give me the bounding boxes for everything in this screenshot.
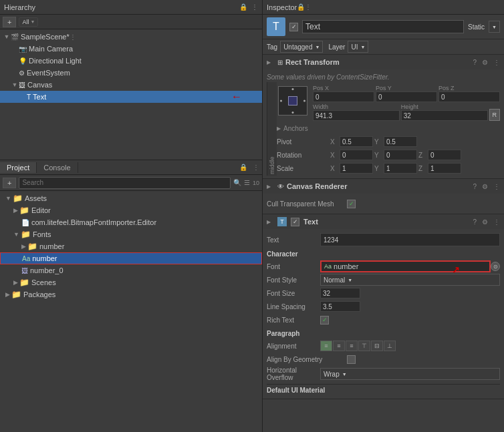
cull-checkbox[interactable] bbox=[347, 200, 356, 208]
font-style-dropdown[interactable]: Normal bbox=[320, 274, 500, 286]
project-add-button[interactable]: + bbox=[3, 178, 16, 188]
tab-project[interactable]: Project bbox=[0, 162, 37, 173]
scale-x-input[interactable] bbox=[340, 163, 373, 174]
hierarchy-item-text[interactable]: T Text ← bbox=[0, 91, 262, 103]
hierarchy-add-button[interactable]: + bbox=[3, 17, 16, 27]
align-left-button[interactable]: ≡ bbox=[320, 341, 332, 351]
text-component-title: Text bbox=[303, 218, 470, 226]
align-by-geometry-checkbox[interactable] bbox=[347, 355, 356, 364]
project-item-fonts-folder[interactable]: ▼ 📁 Fonts bbox=[0, 228, 262, 240]
text-component-active-checkbox[interactable] bbox=[291, 218, 299, 226]
eventsystem-icon: ⚙ bbox=[19, 69, 25, 77]
project-item-number-font[interactable]: Aa number bbox=[0, 252, 262, 264]
rot-y-input[interactable] bbox=[384, 150, 417, 160]
canvas-renderer-menu-icon[interactable]: ⋮ bbox=[493, 183, 500, 190]
canvas-renderer-help-icon[interactable]: ? bbox=[473, 183, 477, 190]
light-icon: 💡 bbox=[19, 57, 27, 65]
align-center-button[interactable]: ≡ bbox=[333, 341, 345, 351]
hierarchy-item-scene[interactable]: ▼ 🎬 SampleScene* ⋮ bbox=[0, 31, 262, 43]
project-item-editor[interactable]: ▶ 📁 Editor bbox=[0, 204, 262, 216]
font-size-input[interactable] bbox=[320, 288, 360, 298]
r-button[interactable]: R bbox=[489, 109, 501, 121]
rot-x-input[interactable] bbox=[340, 150, 373, 160]
texture-icon: 🖼 bbox=[21, 267, 28, 274]
inspector-lock-icon[interactable]: 🔒 bbox=[297, 3, 305, 11]
search-icon: 🔍 bbox=[233, 179, 241, 186]
align-bottom-button[interactable]: ⊥ bbox=[384, 341, 396, 351]
text-field-input[interactable] bbox=[320, 233, 500, 246]
project-lock-icon[interactable]: 🔒 bbox=[237, 162, 250, 172]
rot-z-label: Z bbox=[418, 152, 426, 159]
pos-y-input[interactable] bbox=[376, 91, 437, 102]
project-filter-icon[interactable]: ☰ bbox=[244, 179, 250, 186]
pivot-y-input[interactable] bbox=[384, 136, 417, 147]
pos-z-input[interactable] bbox=[438, 91, 500, 102]
project-item-packages[interactable]: ▶ 📁 Packages bbox=[0, 288, 262, 300]
font-ref-box[interactable]: Aa number bbox=[320, 260, 491, 272]
project-panel-tabs: Project Console 🔒 ⋮ bbox=[0, 160, 262, 175]
rect-transform-help-icon[interactable]: ? bbox=[473, 59, 477, 66]
object-name-input[interactable] bbox=[302, 20, 464, 33]
font-ref-icon: Aa bbox=[324, 263, 332, 270]
hierarchy-item-directional-light[interactable]: 💡 Directional Light bbox=[0, 55, 262, 67]
canvas-expand-arrow[interactable]: ▼ bbox=[11, 81, 19, 88]
line-spacing-input[interactable] bbox=[320, 301, 360, 312]
tag-dropdown[interactable]: Untagged bbox=[280, 41, 323, 53]
tab-console[interactable]: Console bbox=[37, 162, 78, 173]
rect-transform-menu-icon[interactable]: ⋮ bbox=[493, 59, 500, 66]
hierarchy-menu-icon[interactable]: ⋮ bbox=[251, 3, 258, 11]
align-right-button[interactable]: ≡ bbox=[346, 341, 358, 351]
rect-transform-settings-icon[interactable]: ⚙ bbox=[482, 59, 488, 66]
text-component-arrow: ▶ bbox=[267, 219, 275, 225]
align-middle-button[interactable]: ⊟ bbox=[371, 341, 383, 351]
canvas-renderer-arrow: ▶ bbox=[267, 184, 275, 190]
rotation-label: Rotation bbox=[277, 152, 330, 159]
rich-text-checkbox[interactable] bbox=[320, 316, 329, 325]
height-input[interactable] bbox=[401, 110, 488, 121]
project-search-input[interactable] bbox=[19, 177, 231, 189]
project-toolbar: + 🔍 ☰ 10 bbox=[0, 175, 262, 191]
canvas-renderer-settings-icon[interactable]: ⚙ bbox=[482, 183, 488, 190]
alignment-buttons: ≡ ≡ ≡ ⊤ ⊟ ⊥ bbox=[320, 341, 500, 351]
project-menu-icon[interactable]: ⋮ bbox=[250, 162, 262, 172]
hierarchy-item-eventsystem[interactable]: ⚙ EventSystem bbox=[0, 67, 262, 79]
project-item-assets[interactable]: ▼ 📁 Assets bbox=[0, 192, 262, 204]
layer-dropdown[interactable]: UI bbox=[348, 41, 368, 53]
anchor-rect-box[interactable] bbox=[278, 86, 307, 116]
hierarchy-item-main-camera[interactable]: 📷 Main Camera bbox=[0, 43, 262, 55]
static-dropdown[interactable] bbox=[489, 21, 500, 33]
scene-expand-arrow[interactable]: ▼ bbox=[3, 33, 11, 40]
align-top-button[interactable]: ⊤ bbox=[358, 341, 370, 351]
inspector-menu-icon[interactable]: ⋮ bbox=[305, 3, 311, 11]
canvas-renderer-header[interactable]: ▶ 👁 Canvas Renderer ? ⚙ ⋮ bbox=[263, 179, 504, 194]
project-item-scenes[interactable]: ▶ 📁 Scenes bbox=[0, 276, 262, 288]
text-component-help-icon[interactable]: ? bbox=[473, 218, 477, 226]
all-chevron-icon: ▼ bbox=[30, 19, 35, 24]
canvas-label: Canvas bbox=[27, 81, 52, 89]
scene-menu-icon[interactable]: ⋮ bbox=[70, 33, 76, 41]
rect-transform-header[interactable]: ▶ ⊞ Rect Transform ? ⚙ ⋮ bbox=[263, 55, 504, 69]
height-label: Height bbox=[401, 103, 488, 110]
horizontal-overflow-dropdown[interactable]: Wrap bbox=[320, 368, 500, 380]
inspector-object-header: T Static bbox=[263, 15, 504, 39]
anchors-section[interactable]: ▶ Anchors bbox=[277, 124, 308, 134]
text-component-menu-icon[interactable]: ⋮ bbox=[493, 218, 500, 226]
text-component-header[interactable]: ▶ T Text ? ⚙ ⋮ bbox=[263, 214, 504, 229]
project-item-number-folder[interactable]: ▶ 📁 number bbox=[0, 240, 262, 252]
object-active-checkbox[interactable] bbox=[289, 23, 298, 31]
pos-x-input[interactable] bbox=[313, 91, 374, 102]
text-type-icon: T bbox=[27, 93, 31, 101]
text-component-settings-icon[interactable]: ⚙ bbox=[482, 218, 488, 226]
width-input[interactable] bbox=[313, 110, 400, 121]
hierarchy-item-canvas[interactable]: ▼ 🖼 Canvas bbox=[0, 79, 262, 91]
project-item-litefeel[interactable]: 📄 com.litefeel.BitmapFontImporter.Editor bbox=[0, 216, 262, 228]
project-item-number-0[interactable]: 🖼 number_0 bbox=[0, 264, 262, 276]
scale-y-input[interactable] bbox=[384, 163, 417, 174]
rot-z-input[interactable] bbox=[428, 150, 461, 160]
object-type-icon: T bbox=[273, 21, 279, 33]
hierarchy-lock-icon[interactable]: 🔒 bbox=[239, 3, 247, 11]
scale-z-input[interactable] bbox=[428, 163, 461, 174]
font-picker-button[interactable]: ⊙ bbox=[491, 262, 500, 271]
pivot-x-input[interactable] bbox=[340, 136, 373, 147]
hierarchy-all-filter[interactable]: All ▼ bbox=[19, 17, 38, 27]
